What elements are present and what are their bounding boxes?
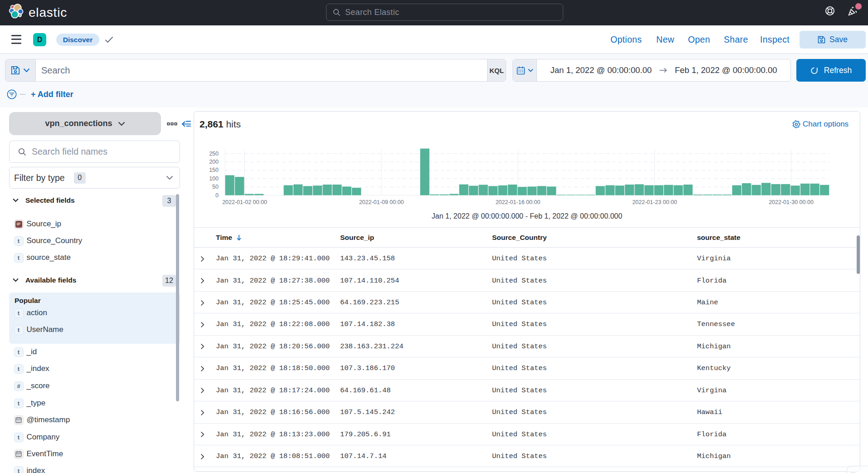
svg-text:0: 0 (215, 192, 219, 199)
svg-text:200: 200 (209, 159, 219, 165)
svg-text:2022-01-09 00:00: 2022-01-09 00:00 (359, 199, 404, 205)
svg-text:250: 250 (209, 151, 219, 157)
svg-text:150: 150 (209, 167, 219, 173)
svg-text:2022-01-23 00:00: 2022-01-23 00:00 (632, 199, 677, 205)
svg-text:100: 100 (209, 176, 219, 182)
svg-text:Jan 1, 2022 @ 00:00:00.000 - F: Jan 1, 2022 @ 00:00:00.000 - Feb 1, 2022… (432, 212, 622, 220)
svg-text:2022-01-16 00:00: 2022-01-16 00:00 (496, 199, 541, 205)
svg-text:2022-01-30 00:00: 2022-01-30 00:00 (769, 199, 814, 205)
svg-text:50: 50 (212, 184, 219, 190)
svg-text:2022-01-02 00:00: 2022-01-02 00:00 (222, 199, 267, 205)
